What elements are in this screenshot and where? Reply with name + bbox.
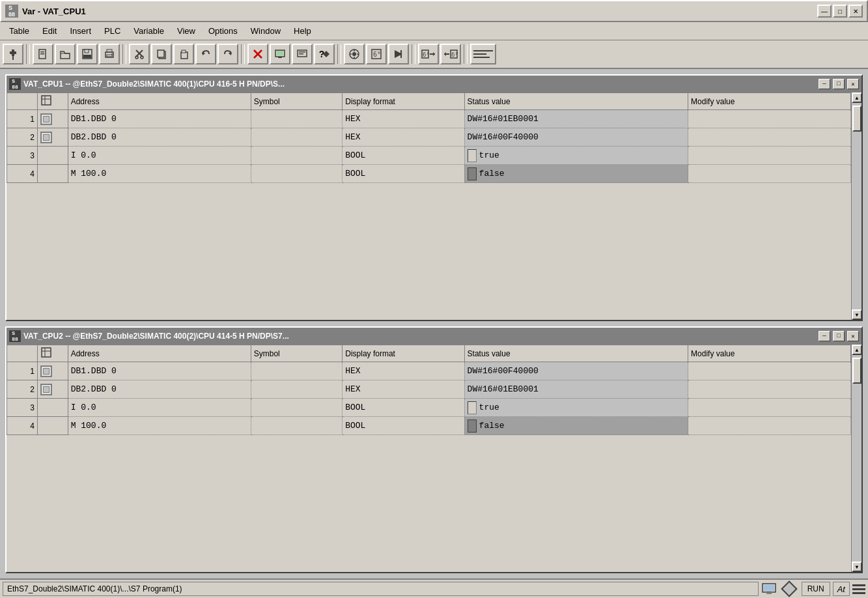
copy-button[interactable] (151, 44, 172, 64)
tool-btn-8[interactable]: 6⁰ (418, 44, 439, 64)
col-header-symbol-1: Symbol (251, 93, 343, 110)
menu-help[interactable]: Help (287, 25, 318, 37)
menu-insert[interactable]: Insert (63, 25, 98, 37)
hex-value: DW#16#00F40000 (468, 366, 539, 376)
paste-button[interactable] (173, 44, 194, 64)
modify-button[interactable] (292, 44, 313, 64)
cell-display-format[interactable]: HEX (343, 362, 464, 380)
subwindow2-scroll-up[interactable]: ▲ (852, 345, 861, 355)
cell-address[interactable]: DB2.DBD 0 (68, 128, 251, 147)
cell-modify-value[interactable] (688, 417, 851, 435)
table-row[interactable]: 4M 100.0BOOL false (7, 417, 851, 435)
print-button[interactable] (99, 44, 120, 64)
cell-display-format[interactable]: HEX (343, 380, 464, 399)
tool-btn-5[interactable] (344, 44, 365, 64)
table-row[interactable]: 3I 0.0BOOL true (7, 399, 851, 417)
cell-symbol[interactable] (251, 128, 343, 147)
maximize-button[interactable]: □ (833, 5, 847, 18)
svg-rect-7 (85, 50, 89, 53)
cell-symbol[interactable] (251, 380, 343, 399)
open-button[interactable] (55, 44, 76, 64)
svg-rect-18 (158, 50, 164, 57)
hex-value: DW#16#01EB0001 (468, 384, 539, 394)
cell-display-format[interactable]: BOOL (343, 417, 464, 435)
subwindow1-scroll-track[interactable] (852, 103, 861, 309)
monitor-button[interactable] (270, 44, 290, 64)
subwindow1-maximize[interactable]: □ (833, 79, 845, 89)
subwindow1-scrollbar[interactable]: ▲ ▼ (851, 93, 861, 320)
subwindow2-scroll-track[interactable] (852, 355, 861, 562)
cell-modify-value[interactable] (688, 147, 851, 165)
redo-button[interactable] (217, 44, 238, 64)
minimize-button[interactable]: — (817, 5, 832, 18)
cell-icon (37, 128, 68, 147)
cell-modify-value[interactable] (688, 362, 851, 380)
cell-symbol[interactable] (251, 417, 343, 435)
subwindow2-scrollbar[interactable]: ▲ ▼ (851, 345, 861, 572)
cell-address[interactable]: M 100.0 (68, 165, 251, 183)
cell-modify-value[interactable] (688, 165, 851, 183)
tool-btn-9[interactable]: 6⁰ (440, 44, 461, 64)
help-button[interactable]: ? (314, 44, 335, 64)
subwindow1-scroll-thumb[interactable] (852, 106, 861, 132)
col-header-display-1: Display format (343, 93, 464, 110)
cell-address[interactable]: DB1.DBD 0 (68, 110, 251, 128)
subwindow2-minimize[interactable]: — (819, 331, 830, 341)
cell-symbol[interactable] (251, 399, 343, 417)
subwindow1-minimize[interactable]: — (819, 79, 830, 89)
subwindow2-scroll-thumb[interactable] (852, 358, 861, 384)
svg-rect-52 (42, 96, 51, 105)
tool-btn-last[interactable] (470, 44, 496, 64)
table-row[interactable]: 1 DB1.DBD 0HEXDW#16#01EB0001 (7, 110, 851, 128)
cell-modify-value[interactable] (688, 399, 851, 417)
cell-symbol[interactable] (251, 165, 343, 183)
cell-modify-value[interactable] (688, 110, 851, 128)
cell-address[interactable]: I 0.0 (68, 399, 251, 417)
cell-symbol[interactable] (251, 362, 343, 380)
cell-modify-value[interactable] (688, 128, 851, 147)
table-row[interactable]: 2 DB2.DBD 0HEXDW#16#01EB0001 (7, 380, 851, 399)
cell-display-format[interactable]: BOOL (343, 399, 464, 417)
cell-display-format[interactable]: HEX (343, 110, 464, 128)
undo-button[interactable] (195, 44, 216, 64)
cell-modify-value[interactable] (688, 380, 851, 399)
delete-button[interactable] (247, 44, 268, 64)
table-row[interactable]: 4M 100.0BOOL false (7, 165, 851, 183)
cell-address[interactable]: DB1.DBD 0 (68, 362, 251, 380)
subwindow2-close[interactable]: ✕ (847, 331, 859, 341)
cell-display-format[interactable]: BOOL (343, 165, 464, 183)
subwindow2-scroll-down[interactable]: ▼ (852, 562, 861, 572)
subwindow2-maximize[interactable]: □ (833, 331, 845, 341)
save-button[interactable] (77, 44, 98, 64)
new-button[interactable] (33, 44, 53, 64)
table-row[interactable]: 1 DB1.DBD 0HEXDW#16#00F40000 (7, 362, 851, 380)
cell-display-format[interactable]: HEX (343, 128, 464, 147)
close-button[interactable]: ✕ (848, 5, 863, 18)
cell-address[interactable]: M 100.0 (68, 417, 251, 435)
bool-true-container: true (468, 401, 686, 414)
menu-plc[interactable]: PLC (98, 25, 127, 37)
subwindow1-scroll-down[interactable]: ▼ (852, 309, 861, 320)
menu-variable[interactable]: Variable (127, 25, 171, 37)
cell-address[interactable]: I 0.0 (68, 147, 251, 165)
svg-rect-11 (107, 55, 112, 57)
cell-address[interactable]: DB2.DBD 0 (68, 380, 251, 399)
cell-symbol[interactable] (251, 110, 343, 128)
menu-options[interactable]: Options (202, 25, 244, 37)
table-row[interactable]: 2 DB2.DBD 0HEXDW#16#00F40000 (7, 128, 851, 147)
col-header-icon-2 (37, 345, 68, 362)
cell-display-format[interactable]: BOOL (343, 147, 464, 165)
subwindow1-scroll-up[interactable]: ▲ (852, 93, 861, 103)
toolbar-separator-6 (464, 44, 468, 64)
tool-btn-6[interactable]: 6⁰ (366, 44, 387, 64)
cut-button[interactable] (129, 44, 150, 64)
menu-table[interactable]: Table (3, 25, 36, 37)
menu-edit[interactable]: Edit (36, 25, 63, 37)
subwindow1-close[interactable]: ✕ (847, 79, 859, 89)
menu-window[interactable]: Window (244, 25, 287, 37)
table-row[interactable]: 3I 0.0BOOL true (7, 147, 851, 165)
tool-btn-7[interactable] (388, 44, 409, 64)
cell-symbol[interactable] (251, 147, 343, 165)
pin-button[interactable] (3, 44, 23, 64)
menu-view[interactable]: View (171, 25, 202, 37)
